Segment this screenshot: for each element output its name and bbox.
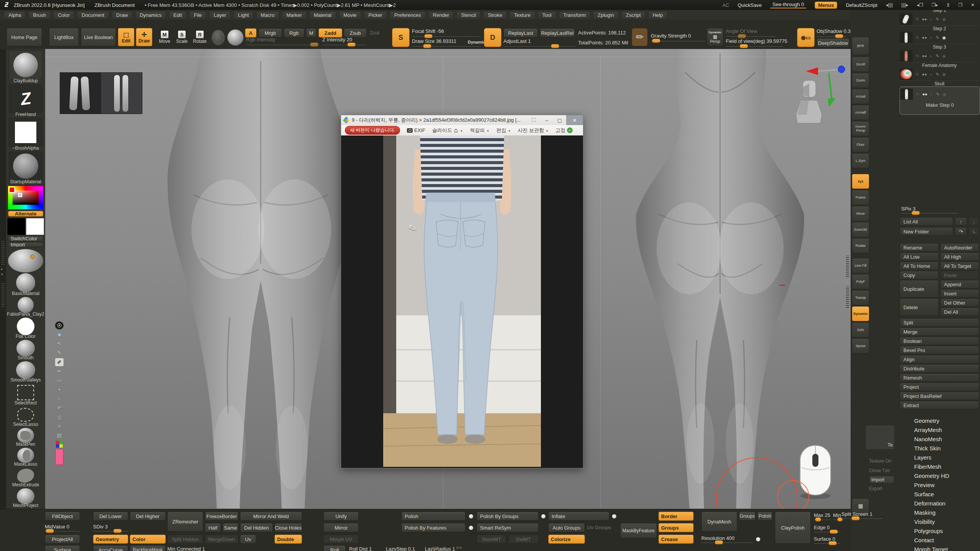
del-all-button[interactable]: Del All — [940, 308, 979, 316]
mid-value-slider[interactable]: MidValue 0 — [45, 524, 80, 531]
pin-toggle[interactable]: 고정 ✓ — [555, 127, 573, 134]
switch-color-button[interactable]: SwitchColor — [8, 236, 43, 241]
step-eye-icon[interactable]: ◉ — [942, 35, 946, 40]
max-slider[interactable]: Max 25 — [814, 512, 831, 520]
fill-object-button[interactable]: FillObject — [45, 512, 80, 521]
uv-groups-button[interactable]: Uv Groups — [587, 525, 611, 530]
paste-button[interactable]: Paste — [940, 271, 979, 279]
menu-edit[interactable]: Edit — [169, 11, 186, 19]
same-button[interactable]: Same — [222, 523, 238, 532]
angle-of-view-slider[interactable]: Angle Of View — [726, 28, 776, 37]
bevel-pro-button[interactable]: Bevel Pro — [900, 346, 979, 354]
shelf-dynamic-button[interactable]: Dynamic — [852, 306, 869, 321]
replay-last-rel-button[interactable]: ReplayLastRel — [540, 28, 575, 37]
step-flip-icon[interactable]: ⟲ — [915, 54, 919, 59]
project-all-button[interactable]: ProjectAll — [45, 535, 80, 544]
append-button[interactable]: Append — [940, 280, 979, 289]
bookmark-dropdown[interactable]: 책갈피▼ — [470, 127, 489, 134]
section-visibility[interactable]: Visibility — [900, 517, 980, 527]
edge-slider[interactable]: Edge 0 — [814, 525, 841, 532]
step-eye-icon[interactable]: ◉ — [942, 54, 946, 59]
texture-export-button[interactable]: Export — [869, 486, 882, 491]
border-toggle[interactable]: Border — [658, 512, 694, 521]
groups-toggle[interactable]: Groups — [658, 523, 694, 532]
shelf-linefill-button[interactable]: Line Fill — [852, 258, 869, 273]
mirror-and-weld-button[interactable]: Mirror And Weld — [240, 512, 302, 521]
draw-button[interactable]: ✛ Draw — [136, 28, 152, 46]
new-version-button[interactable]: 새 버전이 나왔습니다. — [345, 126, 400, 135]
section-deformation[interactable]: Deformation — [900, 499, 980, 508]
step-pair-icon[interactable]: ●● — [922, 92, 927, 96]
all-to-target-button[interactable]: All To Target — [940, 262, 979, 270]
right-tray-arrow-icon[interactable]: ◂ — [845, 280, 847, 284]
camera-icon[interactable]: ◉▭ — [797, 28, 815, 47]
brush-mask-pen[interactable]: MaskPen — [8, 428, 43, 448]
align-button[interactable]: Align — [900, 355, 979, 364]
pen-icon[interactable]: ✎ — [55, 349, 64, 357]
shelf-solo-button[interactable]: Solo — [852, 322, 869, 337]
freeze-border-button[interactable]: FreezeBorder — [205, 512, 238, 521]
polish-by-groups-button[interactable]: Polish By Groups — [477, 512, 539, 521]
tray-collapse-right-icon[interactable]: ||||▸ — [901, 2, 908, 8]
step-half-icon[interactable]: ◐ — [930, 54, 933, 58]
polish-button[interactable]: Polish — [401, 512, 466, 521]
menu-zscript[interactable]: Zscript — [621, 11, 645, 19]
move-up-folder-button[interactable]: ↷ — [955, 227, 967, 236]
project-basrelief-button[interactable]: Project BasRelief — [900, 392, 979, 400]
menu-file[interactable]: File — [189, 11, 206, 19]
menu-stencil[interactable]: Stencil — [456, 11, 480, 19]
menu-movie[interactable]: Movie — [339, 11, 361, 19]
boolean-button[interactable]: Boolean — [900, 337, 979, 345]
z-intensity-slider[interactable]: Z Intensity 20 — [322, 37, 367, 45]
brush-select-rect[interactable]: SelectRect — [8, 383, 43, 406]
merge-down-button[interactable]: MergeDown — [205, 535, 238, 544]
slideshow-dropdown[interactable]: 슬라이드 쇼▼ — [432, 127, 463, 134]
step-pair-icon[interactable]: ●● — [922, 54, 927, 58]
accu-curve-button[interactable]: AccuCurve — [93, 545, 128, 551]
sdiv-slider[interactable]: SDiv 3 — [93, 524, 128, 531]
stroke-freehand[interactable]: Z FreeHand — [8, 84, 43, 118]
smart-resym-button[interactable]: Smart ReSym — [477, 523, 539, 532]
project-button[interactable]: Project — [900, 383, 979, 391]
step-brush-icon[interactable]: ✎ — [936, 35, 939, 40]
app-close-icon[interactable]: ✕ — [971, 2, 975, 8]
dynamesh-button[interactable]: DynaMesh — [701, 512, 737, 531]
pin-icon[interactable]: ⦿ — [55, 321, 64, 329]
half-button[interactable]: Half — [205, 523, 221, 532]
menu-light[interactable]: Light — [234, 11, 253, 19]
visibility-eye-icon[interactable]: ◉ — [55, 331, 64, 339]
photo-library-dropdown[interactable]: 사진 보관함▼ — [518, 127, 549, 134]
canvas-scroll-strip[interactable]: ◀◀ ······· ▶▶ — [432, 545, 462, 549]
section-layers[interactable]: Layers — [900, 453, 980, 462]
all-low-button[interactable]: All Low — [900, 253, 939, 261]
step-flip-icon[interactable]: ⟲ — [916, 92, 919, 97]
color-swatch-a[interactable]: A — [245, 28, 256, 37]
menu-material[interactable]: Material — [309, 11, 336, 19]
shelf-zoom-button[interactable]: Zoom — [852, 73, 869, 88]
step-eye-icon[interactable]: ◉ — [942, 17, 946, 22]
colorize-toggle[interactable]: Colorize — [548, 535, 585, 544]
section-polygroups[interactable]: Polygroups — [900, 527, 980, 536]
menu-document[interactable]: Document — [77, 11, 109, 19]
step-brush-icon[interactable]: ✎ — [936, 54, 939, 59]
shelf-frame-button[interactable]: Frame — [852, 190, 869, 205]
shelf-dynamic-persp-button[interactable]: DynamicPersp — [852, 121, 869, 136]
alternate-button[interactable]: Alternate — [8, 211, 43, 217]
shelf-move-button[interactable]: Move — [852, 206, 869, 221]
crease-toggle[interactable]: Crease — [658, 535, 694, 544]
trash-icon[interactable]: ▯ — [55, 413, 64, 421]
split-button[interactable]: Split — [900, 318, 979, 327]
del-mt-button[interactable]: DelMT — [508, 535, 539, 544]
split-screen-slider[interactable]: Split Screen 1 — [841, 511, 883, 519]
default-zscript-button[interactable]: DefaultZScript — [846, 2, 877, 8]
shelf-zoom3d-button[interactable]: Zoom3D — [852, 222, 869, 237]
del-higher-button[interactable]: Del Higher — [130, 512, 166, 521]
subtool-skull[interactable]: Skull — [900, 81, 979, 86]
polish-mode-dot[interactable] — [469, 514, 474, 519]
double-toggle[interactable]: Double — [274, 535, 302, 544]
all-to-home-button[interactable]: All To Home — [900, 262, 939, 270]
shelf-transp-button[interactable]: Transp — [852, 290, 869, 305]
extract-button[interactable]: Extract — [900, 401, 979, 409]
section-arraymesh[interactable]: ArrayMesh — [900, 425, 980, 435]
menu-help[interactable]: Help — [648, 11, 668, 19]
